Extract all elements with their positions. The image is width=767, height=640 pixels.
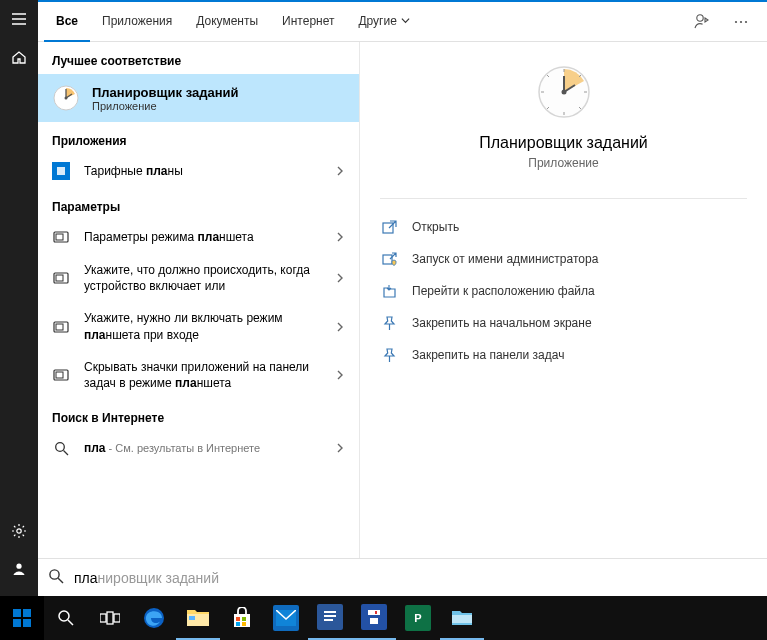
action-label: Закрепить на начальном экране	[412, 316, 592, 330]
action-label: Закрепить на панели задач	[412, 348, 564, 362]
svg-rect-14	[56, 324, 63, 330]
start-left-rail	[0, 0, 38, 596]
svg-rect-16	[56, 372, 63, 378]
chevron-right-icon	[335, 443, 345, 453]
profile-icon[interactable]	[0, 550, 38, 588]
app-result[interactable]: Тарифные планы	[38, 154, 359, 188]
hamburger-icon[interactable]	[0, 0, 38, 38]
svg-text:P: P	[414, 612, 421, 624]
task-scheduler-large-icon	[536, 64, 592, 120]
setting-result[interactable]: Скрывать значки приложений на панели зад…	[38, 351, 359, 399]
svg-rect-36	[236, 622, 240, 626]
tablet-icon	[52, 269, 70, 287]
action-label: Перейти к расположению файла	[412, 284, 595, 298]
edge-icon[interactable]	[132, 596, 176, 640]
svg-rect-34	[236, 617, 240, 621]
svg-point-27	[59, 611, 69, 621]
svg-point-5	[745, 20, 747, 22]
svg-rect-26	[23, 619, 31, 627]
svg-rect-46	[375, 611, 377, 614]
svg-rect-21	[383, 255, 392, 264]
svg-point-3	[735, 20, 737, 22]
setting-result-text: Укажите, что должно происходить, когда у…	[84, 262, 329, 294]
svg-rect-45	[370, 618, 378, 624]
app-tile-icon	[52, 162, 70, 180]
svg-point-22	[50, 569, 59, 578]
app-result-text: Тарифные планы	[84, 163, 329, 179]
app-publisher-icon[interactable]: P	[396, 596, 440, 640]
preview-column: Планировщик заданий Приложение Открыть З…	[360, 42, 767, 558]
svg-rect-37	[242, 622, 246, 626]
tab-more[interactable]: Другие	[346, 2, 421, 42]
svg-rect-12	[56, 275, 63, 281]
tab-docs[interactable]: Документы	[184, 2, 270, 42]
tab-web[interactable]: Интернет	[270, 2, 346, 42]
svg-rect-24	[23, 609, 31, 617]
app-misc-icon[interactable]	[440, 596, 484, 640]
svg-rect-40	[324, 611, 336, 613]
svg-rect-8	[57, 167, 65, 175]
start-button[interactable]	[0, 596, 44, 640]
search-box[interactable]: планировщик заданий	[38, 558, 767, 596]
divider	[380, 198, 747, 199]
more-options-icon[interactable]	[721, 2, 761, 42]
action-pin-start[interactable]: Закрепить на начальном экране	[372, 307, 755, 339]
action-label: Запуск от имени администратора	[412, 252, 598, 266]
folder-location-icon	[380, 282, 398, 300]
setting-result[interactable]: Укажите, что должно происходить, когда у…	[38, 254, 359, 302]
action-label: Открыть	[412, 220, 459, 234]
svg-rect-41	[324, 615, 336, 617]
svg-rect-10	[56, 234, 63, 240]
feedback-icon[interactable]	[681, 2, 721, 42]
svg-rect-35	[242, 617, 246, 621]
svg-point-1	[16, 564, 21, 569]
web-result[interactable]: пла - См. результаты в Интернете	[38, 431, 359, 465]
search-icon	[52, 439, 70, 457]
action-file-location[interactable]: Перейти к расположению файла	[372, 275, 755, 307]
app-word-icon[interactable]	[308, 596, 352, 640]
chevron-down-icon	[401, 16, 410, 25]
svg-rect-30	[114, 614, 120, 622]
file-explorer-icon[interactable]	[176, 596, 220, 640]
search-input[interactable]: планировщик заданий	[74, 570, 219, 586]
tablet-icon	[52, 318, 70, 336]
open-icon	[380, 218, 398, 236]
gear-icon[interactable]	[0, 512, 38, 550]
search-icon	[48, 568, 64, 588]
best-match-sub: Приложение	[92, 100, 238, 112]
preview-title: Планировщик заданий	[479, 134, 648, 152]
web-result-text: пла - См. результаты в Интернете	[84, 440, 329, 456]
svg-point-2	[696, 15, 702, 21]
svg-rect-29	[107, 612, 113, 624]
store-icon[interactable]	[220, 596, 264, 640]
search-tabs: Все Приложения Документы Интернет Другие	[38, 2, 767, 42]
svg-point-17	[55, 442, 64, 451]
setting-result-text: Скрывать значки приложений на панели зад…	[84, 359, 329, 391]
preview-actions: Открыть Запуск от имени администратора П…	[360, 205, 767, 377]
task-scheduler-icon	[52, 84, 80, 112]
setting-result-text: Укажите, нужно ли включать режим планшет…	[84, 310, 329, 342]
svg-rect-49	[452, 615, 472, 623]
best-match-item[interactable]: Планировщик заданий Приложение	[38, 74, 359, 122]
chevron-right-icon	[335, 273, 345, 283]
home-icon[interactable]	[0, 38, 38, 76]
svg-point-7	[65, 97, 68, 100]
action-pin-taskbar[interactable]: Закрепить на панели задач	[372, 339, 755, 371]
app-save-icon[interactable]	[352, 596, 396, 640]
chevron-right-icon	[335, 166, 345, 176]
setting-result[interactable]: Укажите, нужно ли включать режим планшет…	[38, 302, 359, 350]
task-view-icon[interactable]	[88, 596, 132, 640]
svg-rect-20	[383, 223, 393, 233]
best-match-title: Планировщик заданий	[92, 85, 238, 100]
action-open[interactable]: Открыть	[372, 211, 755, 243]
setting-result-text: Параметры режима планшета	[84, 229, 329, 245]
action-run-admin[interactable]: Запуск от имени администратора	[372, 243, 755, 275]
mail-icon[interactable]	[264, 596, 308, 640]
pin-start-icon	[380, 314, 398, 332]
tab-apps[interactable]: Приложения	[90, 2, 184, 42]
preview-sub: Приложение	[528, 156, 598, 170]
tab-all[interactable]: Все	[44, 2, 90, 42]
setting-result[interactable]: Параметры режима планшета	[38, 220, 359, 254]
search-taskbar-icon[interactable]	[44, 596, 88, 640]
group-settings: Параметры	[38, 188, 359, 220]
